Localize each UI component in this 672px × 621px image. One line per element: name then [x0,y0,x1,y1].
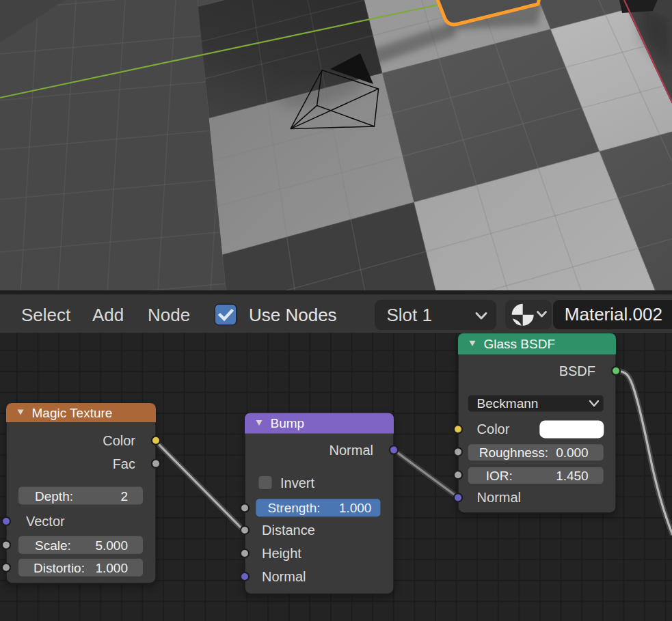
svg-text:Normal: Normal [330,443,373,458]
svg-text:IOR:: IOR: [486,469,513,483]
svg-text:Strength:: Strength: [267,501,320,515]
svg-text:Color: Color [477,422,510,437]
svg-text:0.000: 0.000 [556,445,589,460]
svg-text:Fac: Fac [113,456,135,471]
svg-text:1.000: 1.000 [95,561,128,575]
svg-text:Normal: Normal [477,490,521,505]
svg-text:Distortio:: Distortio: [33,561,85,575]
svg-text:Beckmann: Beckmann [477,396,539,411]
svg-text:Roughness:: Roughness: [479,445,548,460]
svg-text:Invert: Invert [280,475,314,491]
svg-text:Height: Height [262,546,301,561]
svg-text:1.000: 1.000 [339,501,372,515]
svg-text:Magic Texture: Magic Texture [32,406,113,420]
svg-text:Depth:: Depth: [35,489,73,503]
svg-text:Color: Color [103,433,135,448]
svg-text:Vector: Vector [26,514,65,529]
svg-text:2: 2 [120,489,128,503]
svg-text:Distance: Distance [262,523,315,538]
svg-text:Normal: Normal [262,569,306,584]
svg-text:BSDF: BSDF [559,363,595,378]
svg-text:Glass BSDF: Glass BSDF [484,337,556,351]
svg-text:1.450: 1.450 [556,469,589,483]
svg-text:Bump: Bump [271,416,305,430]
svg-text:5.000: 5.000 [95,538,128,553]
svg-text:Scale:: Scale: [35,538,71,553]
